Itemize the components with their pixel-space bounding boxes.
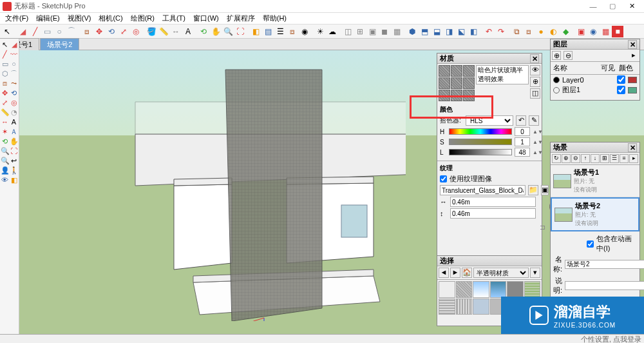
scene-item[interactable]: 场景号2 照片: 无 没有说明 bbox=[551, 197, 639, 231]
outliner-icon[interactable]: ☰ bbox=[274, 26, 286, 37]
freehand-icon[interactable]: 〰 bbox=[10, 50, 19, 59]
dimension-tool-icon[interactable]: ↔ bbox=[170, 26, 182, 37]
layer-visible-checkbox[interactable] bbox=[617, 86, 625, 94]
l-spinner[interactable]: ▲▼ bbox=[533, 150, 539, 155]
line-icon[interactable]: ╱ bbox=[1, 50, 10, 59]
offset2-icon[interactable]: ◎ bbox=[10, 98, 19, 107]
remove-scene-icon[interactable]: ⊖ bbox=[571, 154, 580, 163]
select-icon[interactable]: ↖ bbox=[1, 40, 10, 49]
menu-draw[interactable]: 绘图(R) bbox=[128, 14, 157, 23]
dim2-icon[interactable]: ↔ bbox=[1, 117, 10, 126]
mat-thumb[interactable] bbox=[456, 299, 473, 315]
texture-height[interactable] bbox=[450, 208, 536, 219]
orbit-tool-icon[interactable]: ⟲ bbox=[198, 26, 209, 37]
plugin-4-icon[interactable]: ◐ bbox=[547, 26, 559, 37]
default-material-icon[interactable]: ◫ bbox=[530, 88, 540, 99]
text-tool-icon[interactable]: A bbox=[182, 26, 194, 37]
layers-panel-header[interactable]: 图层 ✕ bbox=[551, 39, 639, 50]
layer-radio[interactable] bbox=[553, 87, 560, 93]
menu-edit[interactable]: 编辑(E) bbox=[33, 14, 62, 23]
arc2-icon[interactable]: ⌒ bbox=[10, 69, 19, 78]
h-value[interactable] bbox=[515, 127, 530, 136]
plugin-9-icon[interactable]: ■ bbox=[612, 26, 623, 37]
offset-tool-icon[interactable]: ◎ bbox=[130, 26, 142, 37]
section2-icon[interactable]: ◧ bbox=[10, 175, 19, 184]
maximize-button[interactable]: ▢ bbox=[603, 2, 622, 10]
layers-close-icon[interactable]: ✕ bbox=[628, 40, 637, 49]
scene-view-icon[interactable]: ⊞ bbox=[600, 154, 609, 163]
status-text[interactable]: 个性设置, 点我登录 bbox=[581, 335, 641, 343]
move-tool-icon[interactable]: ✥ bbox=[93, 26, 105, 37]
scene-detail-icon[interactable]: ≡ bbox=[620, 154, 629, 163]
shadows-icon[interactable]: ☀ bbox=[314, 26, 326, 37]
menu-help[interactable]: 帮助(H) bbox=[260, 14, 289, 23]
picker-mode-select[interactable]: HLS bbox=[466, 115, 513, 126]
prev-icon[interactable]: ↩ bbox=[10, 156, 19, 165]
materials-close-icon[interactable]: ✕ bbox=[530, 54, 539, 63]
mat-thumb[interactable] bbox=[473, 281, 489, 298]
mat-thumb[interactable] bbox=[473, 299, 489, 315]
add-layer-icon[interactable]: ⊕ bbox=[552, 51, 561, 60]
mat-thumb[interactable] bbox=[439, 299, 455, 315]
textured-icon[interactable]: ▦ bbox=[391, 26, 402, 37]
nav-back-icon[interactable]: ◄ bbox=[439, 268, 449, 278]
zoom2-icon[interactable]: 🔍 bbox=[1, 146, 10, 155]
top-view-icon[interactable]: ⬒ bbox=[419, 26, 430, 37]
xray-icon[interactable]: ◫ bbox=[342, 26, 354, 37]
iso-view-icon[interactable]: ⬢ bbox=[406, 26, 418, 37]
delete-layer-icon[interactable]: ⊖ bbox=[564, 51, 573, 60]
walk-icon[interactable]: 🚶 bbox=[10, 166, 19, 175]
eyedropper-icon[interactable]: ✎ bbox=[529, 115, 539, 126]
3dtext-icon[interactable]: Ａ bbox=[10, 127, 19, 136]
menu-view[interactable]: 视图(V) bbox=[65, 14, 94, 23]
mat-thumb[interactable] bbox=[490, 281, 507, 298]
plugin-2-icon[interactable]: ⧈ bbox=[523, 26, 535, 37]
followme-icon[interactable]: ⤳ bbox=[10, 79, 19, 88]
scene-name-field[interactable] bbox=[565, 260, 644, 269]
scene-list-icon[interactable]: ☰ bbox=[610, 154, 619, 163]
material-lib-select[interactable]: 半透明材质 bbox=[473, 268, 529, 278]
s-spinner[interactable]: ▲▼ bbox=[533, 139, 539, 145]
details-menu-icon[interactable]: ▾ bbox=[530, 268, 540, 278]
section-tool-icon[interactable]: ◧ bbox=[250, 26, 261, 37]
shaded-icon[interactable]: ◼ bbox=[379, 26, 390, 37]
zoomwin-icon[interactable]: ⛶ bbox=[10, 146, 19, 155]
plugin-3-icon[interactable]: ● bbox=[535, 26, 547, 37]
plugin-1-icon[interactable]: ⧉ bbox=[511, 26, 522, 37]
select-panel-header[interactable]: 选择 bbox=[437, 256, 542, 266]
layer-row[interactable]: 图层1 bbox=[551, 84, 639, 95]
scene-desc-field[interactable] bbox=[565, 281, 644, 290]
lock-aspect-icon[interactable]: ⊐ bbox=[540, 197, 545, 257]
menu-window[interactable]: 窗口(W) bbox=[191, 14, 222, 23]
circle-tool-icon[interactable]: ○ bbox=[53, 26, 65, 37]
minimize-button[interactable]: — bbox=[583, 3, 603, 10]
select-tool-icon[interactable]: ↖ bbox=[1, 26, 13, 37]
undo-color-icon[interactable]: ↶ bbox=[516, 115, 526, 126]
layer-visible-checkbox[interactable] bbox=[617, 75, 625, 84]
texture-file-field[interactable] bbox=[440, 185, 526, 195]
arc-tool-icon[interactable]: ⌒ bbox=[66, 26, 77, 37]
pushpull2-icon[interactable]: ⧈ bbox=[1, 79, 10, 88]
mat-thumb[interactable] bbox=[456, 281, 473, 298]
components-icon[interactable]: ⧈ bbox=[287, 26, 298, 37]
hidden-line-icon[interactable]: ▣ bbox=[366, 26, 378, 37]
scene-tab-2[interactable]: 场景号2 bbox=[40, 38, 79, 51]
include-animation-checkbox[interactable] bbox=[587, 240, 594, 248]
push-pull-icon[interactable]: ⧈ bbox=[81, 26, 93, 37]
rotate-tool-icon[interactable]: ⟲ bbox=[106, 26, 117, 37]
layer-radio[interactable] bbox=[553, 77, 560, 83]
scene-up-icon[interactable]: ↑ bbox=[581, 154, 590, 163]
sample-paint-icon[interactable]: 👁 bbox=[530, 65, 540, 75]
h-spinner[interactable]: ▲▼ bbox=[533, 129, 539, 135]
paint-bucket-icon[interactable]: 🪣 bbox=[146, 26, 157, 37]
axes-icon[interactable]: ✶ bbox=[1, 127, 10, 136]
polygon-icon[interactable]: ⬡ bbox=[1, 69, 10, 78]
rotate2-icon[interactable]: ⟲ bbox=[10, 88, 19, 97]
orbit2-icon[interactable]: ⟲ bbox=[1, 137, 10, 146]
redo-icon[interactable]: ↷ bbox=[495, 26, 507, 37]
scene-item[interactable]: 场景号1 照片: 无 没有说明 bbox=[551, 165, 639, 197]
plugin-5-icon[interactable]: ◆ bbox=[560, 26, 571, 37]
layer-color-swatch[interactable] bbox=[628, 87, 637, 93]
layers-icon[interactable]: ▤ bbox=[262, 26, 274, 37]
menu-tools[interactable]: 工具(T) bbox=[160, 14, 188, 23]
